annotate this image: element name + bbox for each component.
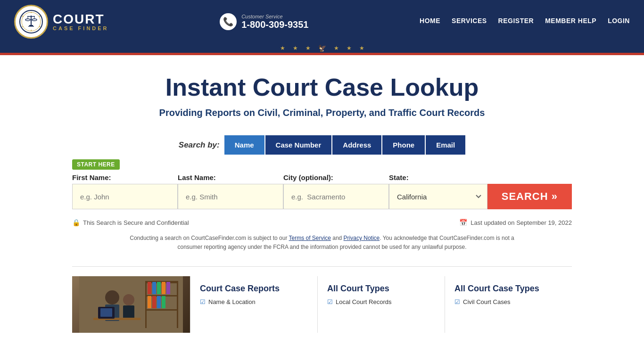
svg-rect-27: [166, 282, 170, 294]
check-icon-3: ☑: [454, 298, 460, 305]
city-label: City (optional):: [283, 173, 389, 181]
nav-member-help[interactable]: MEMBER HELP: [545, 17, 596, 26]
svg-rect-38: [100, 308, 112, 317]
secure-label: This Search is Secure and Confidential: [83, 219, 189, 226]
main-nav: HOME SERVICES REGISTER MEMBER HELP LOGIN: [420, 17, 630, 26]
customer-service: 📞 Customer Service 1-800-309-9351: [220, 13, 308, 30]
tab-name[interactable]: Name: [224, 135, 264, 155]
state-label: State:: [389, 173, 487, 181]
svg-rect-31: [162, 296, 165, 308]
logo-area: ★ ★ ★ ★ ★ ★ COURT CASE FINDER: [14, 5, 109, 39]
svg-point-11: [32, 19, 37, 21]
start-here-badge: START HERE: [72, 159, 120, 170]
svg-rect-20: [177, 281, 178, 328]
cs-phone: 1-800-309-9351: [241, 19, 308, 30]
svg-rect-35: [123, 305, 134, 320]
star-right-3: ★: [359, 45, 364, 51]
svg-rect-8: [31, 16, 32, 25]
star-left-1: ★: [280, 45, 285, 51]
tab-phone[interactable]: Phone: [382, 135, 425, 155]
cs-text: Customer Service 1-800-309-9351: [241, 14, 308, 30]
svg-rect-19: [145, 281, 147, 328]
legal-text-2: and: [331, 235, 344, 241]
svg-rect-28: [148, 296, 151, 308]
search-by-row: Search by: Name Case Number Address Phon…: [72, 135, 572, 155]
all-court-case-types-item-label-1: Civil Court Cases: [463, 298, 510, 305]
first-name-group: First Name:: [72, 173, 178, 209]
last-name-input[interactable]: [178, 184, 283, 209]
first-name-label: First Name:: [72, 173, 178, 181]
legal-text: Conducting a search on CourtCaseFinder.c…: [119, 234, 525, 252]
star-left-2: ★: [293, 45, 298, 51]
privacy-link[interactable]: Privacy Notice: [344, 235, 380, 241]
svg-rect-30: [157, 296, 161, 308]
eagle-bar: ★ ★ ★ 🦅 ★ ★ ★: [0, 43, 644, 53]
court-case-reports-title: Court Case Reports: [200, 284, 308, 294]
card-image-inner: [72, 276, 190, 333]
search-form: First Name: Last Name: City (optional): …: [72, 173, 572, 209]
nav-register[interactable]: REGISTER: [498, 17, 534, 26]
check-icon-2: ☑: [327, 298, 333, 305]
city-input[interactable]: [283, 184, 389, 209]
all-court-types-item-1: ☑ Local Court Records: [327, 298, 435, 305]
court-case-reports-item-1: ☑ Name & Location: [200, 298, 308, 305]
phone-icon: 📞: [220, 13, 237, 30]
star-right-2: ★: [347, 45, 352, 51]
svg-rect-26: [162, 282, 165, 294]
city-group: City (optional):: [283, 173, 389, 209]
state-group: State: AlabamaAlaskaArizonaArkansasCalif…: [389, 173, 487, 209]
svg-rect-9: [27, 16, 35, 17]
star-right-1: ★: [334, 45, 339, 51]
svg-rect-14: [29, 25, 33, 26]
info-row: 🔒 This Search is Secure and Confidential…: [72, 219, 572, 226]
card-all-court-case-types: All Court Case Types ☑ Civil Court Cases: [445, 276, 572, 333]
main-content: Instant Court Case Lookup Providing Repo…: [63, 55, 581, 342]
lock-icon: 🔒: [72, 219, 80, 226]
nav-services[interactable]: SERVICES: [452, 17, 487, 26]
logo-text: COURT CASE FINDER: [53, 13, 109, 31]
card-court-case-reports: Court Case Reports ☑ Name & Location: [190, 276, 317, 333]
tab-email[interactable]: Email: [426, 135, 465, 155]
svg-point-34: [123, 294, 134, 305]
last-name-group: Last Name:: [178, 173, 283, 209]
cards-row: Court Case Reports ☑ Name & Location All…: [72, 266, 572, 333]
svg-rect-25: [157, 282, 161, 294]
card-image: [72, 276, 190, 333]
svg-point-10: [25, 19, 30, 21]
check-icon-1: ☑: [200, 298, 206, 305]
court-case-reports-item-label-1: Name & Location: [208, 298, 256, 305]
all-court-case-types-item-1: ☑ Civil Court Cases: [454, 298, 562, 305]
nav-home[interactable]: HOME: [420, 17, 440, 26]
search-by-label: Search by:: [179, 140, 220, 150]
svg-rect-15: [28, 26, 34, 27]
calendar-icon: 📅: [459, 219, 467, 226]
page-title: Instant Court Case Lookup: [72, 74, 572, 101]
state-select[interactable]: AlabamaAlaskaArizonaArkansasCaliforniaCo…: [389, 184, 487, 209]
card-all-court-types: All Court Types ☑ Local Court Records: [317, 276, 445, 333]
site-header: ★ ★ ★ ★ ★ ★ COURT CASE FINDER 📞: [0, 0, 644, 43]
logo-case-finder-label: CASE FINDER: [53, 26, 109, 31]
tab-address[interactable]: Address: [332, 135, 381, 155]
first-name-input[interactable]: [72, 184, 178, 209]
all-court-types-title: All Court Types: [327, 284, 435, 294]
logo-court-label: COURT: [53, 13, 109, 26]
logo-badge: ★ ★ ★ ★ ★ ★: [14, 5, 48, 39]
tab-case-number[interactable]: Case Number: [265, 135, 332, 155]
cs-label: Customer Service: [241, 14, 308, 19]
nav-login[interactable]: LOGIN: [608, 17, 630, 26]
svg-point-32: [105, 290, 119, 304]
search-button[interactable]: SEARCH »: [487, 184, 572, 209]
last-name-label: Last Name:: [178, 173, 283, 181]
page-subtitle: Providing Reports on Civil, Criminal, Pr…: [72, 107, 572, 118]
svg-rect-22: [145, 309, 178, 311]
svg-rect-23: [148, 282, 151, 294]
all-court-types-item-label-1: Local Court Records: [336, 298, 392, 305]
tos-link[interactable]: Terms of Service: [289, 235, 331, 241]
form-container: START HERE First Name: Last Name: City (…: [72, 159, 572, 209]
eagle-icon: 🦅: [318, 44, 326, 52]
legal-text-1: Conducting a search on CourtCaseFinder.c…: [130, 235, 289, 241]
star-left-3: ★: [305, 45, 311, 51]
svg-rect-24: [152, 282, 156, 294]
all-court-case-types-title: All Court Case Types: [454, 284, 562, 294]
updated-text: 📅 Last updated on September 19, 2022: [459, 219, 572, 226]
